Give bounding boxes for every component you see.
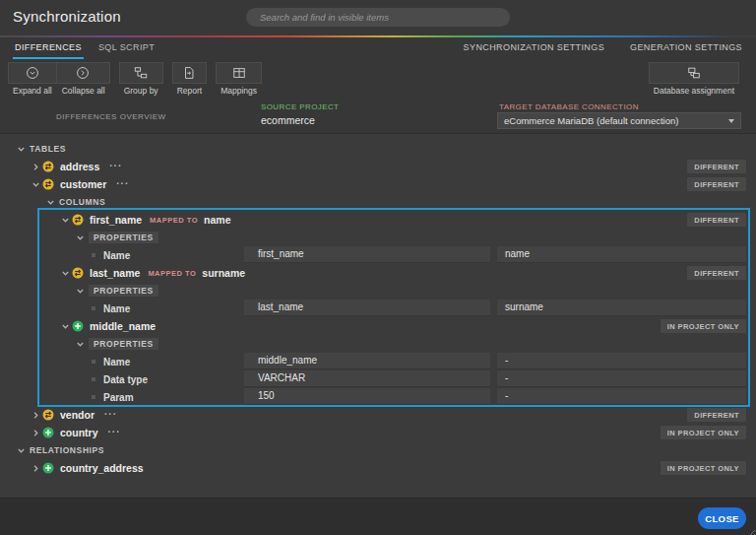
search-input[interactable] xyxy=(246,8,510,27)
mapped-to-label: MAPPED TO xyxy=(150,216,198,225)
tree-section-row[interactable]: PROPERTIES xyxy=(0,282,756,300)
tree-node-row[interactable]: last_nameMAPPED TOsurnameDIFFERENT xyxy=(0,264,756,282)
chevron-right-icon[interactable] xyxy=(29,461,42,475)
toolbar-group: Expand allCollapse all xyxy=(8,62,110,96)
chevron-down-icon[interactable] xyxy=(58,266,72,280)
section-label: PROPERTIES xyxy=(89,285,158,297)
chevron-right-icon[interactable] xyxy=(29,426,42,439)
more-options-button[interactable]: ··· xyxy=(104,412,117,418)
property-row[interactable]: Param150- xyxy=(0,388,756,406)
property-row[interactable]: Namefirst_namename xyxy=(0,246,756,264)
group-by-button[interactable]: Group by xyxy=(119,62,163,96)
chevron-down-icon[interactable] xyxy=(73,231,87,244)
chevron-down-icon[interactable] xyxy=(14,142,28,156)
property-label: Name xyxy=(103,303,130,314)
differences-overview-bar: DIFFERENCES OVERVIEW SOURCE PROJECT ecom… xyxy=(0,99,756,134)
tab-synchronization-settings[interactable]: SYNCHRONIZATION SETTINGS xyxy=(462,37,606,59)
target-value-cell[interactable]: - xyxy=(497,388,746,405)
toolbar-button-label: Group by xyxy=(119,86,163,96)
tree-rows: TABLESaddress···DIFFERENTcustomer···DIFF… xyxy=(0,140,756,477)
tab-sql-script[interactable]: SQL SCRIPT xyxy=(96,37,157,59)
target-value-cell[interactable]: surname xyxy=(497,300,746,316)
toolbar-button-label: Collapse all xyxy=(57,86,110,96)
tab-differences[interactable]: DIFFERENCES xyxy=(13,37,84,59)
toolbar-button-label: Expand all xyxy=(8,86,57,96)
chevron-down-icon[interactable] xyxy=(73,337,87,351)
database-assignment-icon xyxy=(649,62,739,84)
toolbar-group: Mappings xyxy=(216,62,262,96)
more-options-button[interactable]: ··· xyxy=(108,430,121,435)
tab-generation-settings[interactable]: GENERATION SETTINGS xyxy=(628,37,744,59)
source-project-label: SOURCE PROJECT xyxy=(261,102,339,111)
target-value-cell[interactable]: - xyxy=(497,353,746,369)
target-value-cell[interactable]: name xyxy=(497,246,746,263)
chevron-down-icon[interactable] xyxy=(43,195,57,209)
status-badge: IN PROJECT ONLY xyxy=(661,426,746,439)
toolbar-group: Database assignment xyxy=(649,62,739,96)
section-label: COLUMNS xyxy=(59,197,105,207)
tree-node-row[interactable]: customer···DIFFERENT xyxy=(0,175,756,193)
tree-section-row[interactable]: PROPERTIES xyxy=(0,335,756,353)
source-value-cell[interactable]: last_name xyxy=(244,300,490,316)
tree-node-row[interactable]: country···IN PROJECT ONLY xyxy=(0,424,756,441)
node-label: vendor xyxy=(60,409,94,421)
property-row[interactable]: Namemiddle_name- xyxy=(0,353,756,370)
close-button[interactable]: CLOSE xyxy=(698,507,746,529)
tree-node-row[interactable]: country_addressIN PROJECT ONLY xyxy=(0,459,756,477)
tree-section-row[interactable]: COLUMNS xyxy=(0,193,756,211)
source-value-cell[interactable]: VARCHAR xyxy=(244,370,490,387)
toolbar: Expand allCollapse allGroup byReportMapp… xyxy=(0,59,756,99)
section-label: PROPERTIES xyxy=(89,232,158,243)
property-row[interactable]: Namelast_namesurname xyxy=(0,300,756,317)
chevron-down-icon[interactable] xyxy=(58,319,72,333)
tree-node-row[interactable]: first_nameMAPPED TOnameDIFFERENT xyxy=(0,211,756,229)
more-options-button[interactable]: ··· xyxy=(109,164,122,169)
section-label: PROPERTIES xyxy=(89,338,158,350)
property-label: Param xyxy=(103,392,134,403)
node-label: country_address xyxy=(60,462,144,474)
collapse-all-button[interactable]: Collapse all xyxy=(57,62,110,96)
mapped-to-label: MAPPED TO xyxy=(148,269,196,278)
chevron-down-icon[interactable] xyxy=(14,443,28,457)
tree-section-row[interactable]: PROPERTIES xyxy=(0,229,756,246)
target-connection-select[interactable]: eCommerce MariaDB (default connection) xyxy=(497,112,741,129)
status-badge: DIFFERENT xyxy=(687,213,746,227)
tree-node-row[interactable]: vendor···DIFFERENT xyxy=(0,406,756,424)
tree-section-row[interactable]: TABLES xyxy=(0,140,756,158)
tree-node-row[interactable]: address···DIFFERENT xyxy=(0,158,756,175)
mappings-button[interactable]: Mappings xyxy=(216,62,262,96)
source-value-cell[interactable]: 150 xyxy=(244,388,490,405)
source-value-cell[interactable]: first_name xyxy=(244,246,490,263)
report-button[interactable]: Report xyxy=(172,62,208,96)
chevron-down-icon[interactable] xyxy=(29,177,42,191)
tree-section-row[interactable]: RELATIONSHIPS xyxy=(0,441,756,459)
target-value-cell[interactable]: - xyxy=(497,370,746,387)
status-badge: IN PROJECT ONLY xyxy=(661,461,746,475)
source-value-cell[interactable]: middle_name xyxy=(244,353,490,369)
resize-grip-icon[interactable] xyxy=(745,524,755,534)
status-badge: DIFFERENT xyxy=(687,266,746,280)
chevron-down-icon[interactable] xyxy=(73,284,87,298)
database-assignment-button[interactable]: Database assignment xyxy=(649,62,739,96)
report-icon xyxy=(172,62,208,84)
added-icon xyxy=(72,320,84,332)
different-icon xyxy=(72,267,84,279)
node-label: first_name xyxy=(90,214,142,226)
property-bullet-icon xyxy=(92,306,95,310)
chevron-down-icon[interactable] xyxy=(58,213,72,227)
property-bullet-icon xyxy=(92,395,95,399)
mapped-target-name: name xyxy=(204,214,230,226)
expand-all-button[interactable]: Expand all xyxy=(8,62,57,96)
chevron-right-icon[interactable] xyxy=(29,408,42,422)
chevron-right-icon[interactable] xyxy=(29,160,42,173)
different-icon xyxy=(42,161,54,172)
footer-bar: CLOSE xyxy=(0,498,756,535)
toolbar-button-label: Mappings xyxy=(216,86,262,96)
status-badge: DIFFERENT xyxy=(687,408,746,422)
added-icon xyxy=(42,427,54,438)
node-label: address xyxy=(60,161,99,172)
more-options-button[interactable]: ··· xyxy=(116,181,129,187)
different-icon xyxy=(72,214,84,226)
property-row[interactable]: Data typeVARCHAR- xyxy=(0,370,756,388)
tree-node-row[interactable]: middle_nameIN PROJECT ONLY xyxy=(0,317,756,335)
